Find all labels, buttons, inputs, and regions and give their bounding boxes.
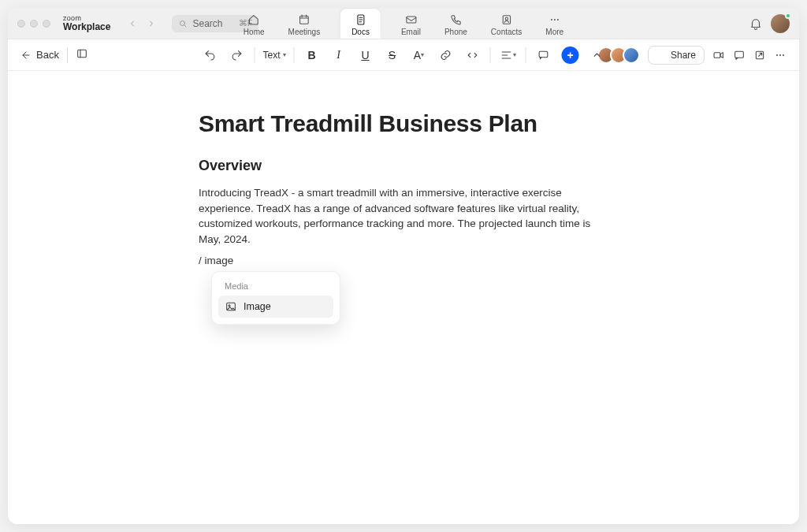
svg-point-17 (783, 54, 784, 56)
undo-button[interactable] (200, 44, 219, 66)
svg-point-5 (505, 17, 508, 20)
nav-home[interactable]: Home (240, 10, 268, 39)
maximize-window-dot[interactable] (43, 20, 50, 28)
slash-menu-section-label: Media (218, 278, 333, 296)
collapse-toolbar-button[interactable] (588, 44, 607, 66)
nav-phone[interactable]: Phone (441, 10, 470, 39)
panel-toggle-button[interactable] (76, 47, 88, 63)
history-nav (125, 16, 159, 32)
document-canvas[interactable]: Smart Treadmill Business Plan Overview I… (8, 71, 799, 524)
lock-icon (656, 50, 667, 60)
nav-phone-label: Phone (444, 28, 467, 36)
docs-icon (355, 13, 367, 26)
svg-rect-3 (406, 17, 415, 23)
link-button[interactable] (437, 44, 456, 66)
profile-avatar[interactable] (771, 14, 790, 33)
insert-button[interactable]: + (561, 44, 580, 66)
app-window: zoom Workplace Search ⌘F Home Meetings (8, 8, 799, 524)
window-controls (17, 20, 50, 28)
open-external-icon[interactable] (753, 49, 766, 61)
slash-menu: Media Image (211, 271, 340, 325)
share-label: Share (671, 50, 696, 61)
text-color-button[interactable]: A▾ (410, 44, 429, 66)
underline-button[interactable]: U (356, 44, 375, 66)
doc-heading-overview[interactable]: Overview (199, 158, 608, 174)
chevron-down-icon: ▾ (421, 51, 424, 58)
svg-rect-12 (714, 52, 720, 58)
more-icon (549, 13, 561, 26)
align-button[interactable]: ▾ (499, 44, 518, 66)
bold-button[interactable]: B (303, 44, 322, 66)
brand-bottom: Workplace (63, 22, 110, 32)
svg-point-19 (229, 305, 230, 307)
more-options-icon[interactable] (774, 49, 787, 61)
search-placeholder: Search (192, 18, 222, 29)
doc-title[interactable]: Smart Treadmill Business Plan (199, 110, 608, 137)
video-icon[interactable] (712, 49, 725, 61)
calendar-icon (298, 13, 311, 26)
nav-more[interactable]: More (542, 10, 567, 39)
chevron-down-icon: ▾ (513, 51, 516, 58)
notifications-icon[interactable] (749, 17, 763, 31)
image-icon (225, 300, 237, 313)
redo-button[interactable] (227, 44, 246, 66)
toolbar-right-icons (712, 49, 787, 61)
toolbar-center: Text▾ B I U S A▾ ▾ + (200, 39, 606, 71)
brand-logo: zoom Workplace (63, 15, 110, 32)
code-button[interactable] (463, 44, 482, 66)
nav-meetings[interactable]: Meetings (285, 10, 324, 39)
nav-more-label: More (545, 28, 563, 36)
collaborator-avatar (623, 47, 640, 64)
nav-home-label: Home (244, 28, 265, 36)
italic-button[interactable]: I (329, 44, 348, 66)
divider (294, 47, 295, 63)
back-button[interactable]: Back (20, 49, 59, 61)
nav-meetings-label: Meetings (288, 28, 321, 36)
nav-email[interactable]: Email (398, 10, 424, 39)
svg-point-16 (779, 54, 781, 56)
toolbar-right: Share (597, 46, 787, 65)
editor-toolbar: Back Text▾ B I U S A▾ ▾ + (8, 39, 799, 71)
text-style-label: Text (262, 50, 280, 61)
arrow-left-icon (20, 50, 32, 61)
svg-point-15 (776, 54, 778, 56)
home-icon (247, 13, 260, 26)
doc-body-paragraph[interactable]: Introducing TreadX - a smart treadmill w… (199, 185, 608, 247)
svg-rect-11 (659, 54, 664, 58)
divider (490, 47, 491, 63)
strikethrough-button[interactable]: S (383, 44, 402, 66)
divider (67, 47, 68, 63)
share-button[interactable]: Share (648, 46, 705, 65)
comment-button[interactable] (534, 44, 553, 66)
nav-contacts[interactable]: Contacts (488, 10, 525, 39)
titlebar-right (749, 14, 790, 33)
svg-point-8 (557, 19, 559, 20)
presence-indicator (785, 13, 791, 19)
svg-rect-1 (300, 16, 309, 24)
history-back-button[interactable] (125, 16, 140, 32)
svg-rect-10 (539, 51, 548, 57)
chat-icon[interactable] (733, 49, 746, 61)
divider (254, 47, 255, 63)
plus-icon: + (562, 47, 579, 64)
history-forward-button[interactable] (143, 16, 159, 32)
svg-rect-9 (78, 50, 87, 57)
minimize-window-dot[interactable] (30, 20, 38, 28)
close-window-dot[interactable] (17, 20, 25, 28)
divider (526, 47, 526, 63)
svg-point-6 (551, 19, 552, 20)
nav-docs[interactable]: Docs (340, 9, 381, 39)
slash-menu-item-label: Image (244, 301, 271, 312)
svg-point-7 (554, 19, 556, 20)
slash-menu-item-image[interactable]: Image (218, 296, 333, 318)
top-navigation: Home Meetings Docs Email Phone Contacts (240, 8, 567, 39)
svg-rect-13 (735, 51, 744, 58)
email-icon (404, 13, 417, 26)
chevron-down-icon: ▾ (283, 51, 286, 58)
slash-command-input[interactable]: / image (199, 255, 608, 266)
nav-contacts-label: Contacts (491, 28, 522, 36)
toolbar-left: Back (20, 47, 88, 63)
text-style-menu[interactable]: Text▾ (262, 44, 285, 66)
contacts-icon (500, 13, 513, 26)
back-label: Back (36, 49, 59, 61)
